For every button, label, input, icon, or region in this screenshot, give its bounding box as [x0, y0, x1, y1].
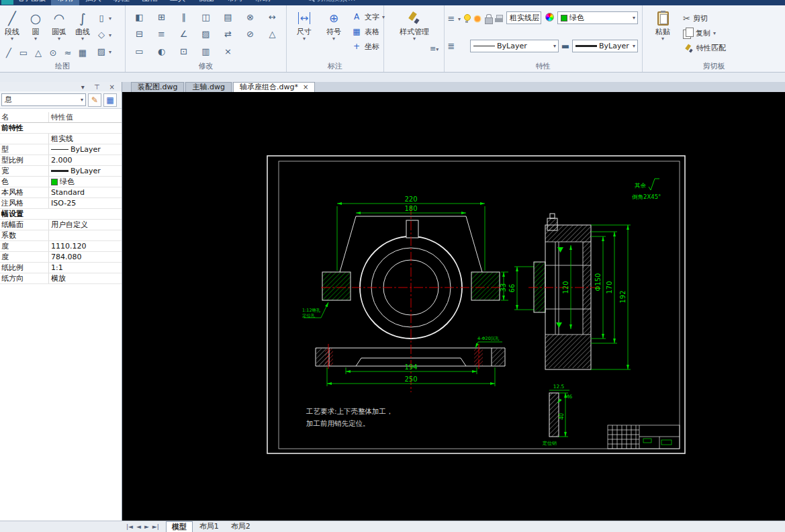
color-combo[interactable]: 绿色 ▾ — [557, 11, 638, 24]
properties-palette: ▾ ⊤ × 息 ▾ ✎ ▦ 名 特性值 前特性 粗实线 — [0, 82, 122, 521]
dimension-button[interactable]: ↔ 尺寸 ▾ — [291, 9, 318, 42]
modify-tool-icon[interactable]: ⊗ — [239, 9, 261, 26]
group-label-properties: 特性 — [445, 61, 642, 71]
palette-chevron-down-icon[interactable]: ▾ — [81, 83, 85, 91]
palette-close-icon[interactable]: × — [109, 83, 115, 91]
arc-button[interactable]: ◠ 圆弧 ▾ — [47, 9, 71, 42]
ribbon-tab[interactable]: 帮助 — [248, 0, 277, 5]
doc-tab-bearing-seat[interactable]: 轴承座组合.dwg* × — [233, 82, 315, 92]
layout-tab[interactable]: 布局1 — [194, 521, 224, 532]
doc-tab-spindle[interactable]: 主轴.dwg — [185, 82, 231, 92]
circle-icon: ○ — [30, 10, 42, 26]
draw-tool-icon[interactable]: ◇ — [94, 28, 109, 42]
layout-nav-icon[interactable]: ►| — [152, 523, 159, 530]
modify-tool-icon[interactable]: ◧ — [128, 9, 150, 26]
paste-button[interactable]: 粘贴 ▾ — [648, 9, 678, 42]
layout-nav-icon[interactable]: |◄ — [126, 523, 133, 530]
palette-pin-icon[interactable]: ⊤ — [94, 83, 100, 91]
dimension-text: 192 — [619, 290, 627, 303]
lineweight-combo[interactable]: ByLayer ▾ — [572, 40, 638, 52]
color-wheel-icon[interactable] — [545, 13, 554, 21]
modify-tool-icon[interactable]: ∥ — [173, 9, 195, 26]
table-button[interactable]: ▦表格 — [351, 26, 385, 38]
app-logo-icon[interactable] — [1, 0, 13, 5]
chevron-down-icon[interactable]: ▾ — [109, 32, 111, 38]
text-button[interactable]: A文字▾ — [351, 11, 385, 23]
modify-tool-icon[interactable]: ⊞ — [150, 9, 173, 26]
ribbon-tab[interactable]: 插入 — [79, 0, 107, 5]
draw-tool-icon[interactable]: ▦ — [75, 46, 90, 60]
layer-thaw-icon[interactable] — [473, 14, 482, 24]
chevron-down-icon[interactable]: ▾ — [109, 15, 111, 21]
layer-plot-icon[interactable] — [494, 14, 504, 24]
modify-tool-icon[interactable]: ▭ — [128, 44, 150, 59]
tech-text: 加工前用销先定位。 — [306, 419, 370, 427]
layout-nav-icon[interactable]: ◄ — [136, 523, 141, 530]
spline-icon: ∫ — [79, 10, 86, 26]
layer-settings-button[interactable]: ▦ — [103, 93, 117, 107]
symbol-button[interactable]: ⊕ 符号 ▾ — [320, 9, 347, 42]
ribbon-tab[interactable]: 标注 — [107, 0, 136, 5]
modify-tool-icon[interactable]: ▨ — [195, 26, 217, 42]
doc-tab-assembly[interactable]: 装配图.dwg — [131, 82, 184, 92]
coordinate-button[interactable]: +坐标 — [351, 40, 385, 52]
modify-tool-icon[interactable]: ⊟ — [128, 26, 150, 42]
modify-tool-icon[interactable]: ◫ — [195, 9, 217, 26]
ribbon-tab[interactable]: 常用 — [51, 0, 79, 5]
drawing-canvas[interactable]: 220 180 33 66 194 250 1:12锥孔 定位孔 4-Φ20沉孔 — [122, 92, 785, 521]
dimension-text: 194 — [404, 363, 417, 371]
layout-tab[interactable]: 模型 — [166, 521, 193, 532]
modify-tool-icon[interactable]: △ — [261, 26, 283, 42]
modify-tool-icon[interactable]: ∠ — [173, 26, 195, 42]
modify-tool-icon[interactable]: ▥ — [195, 44, 217, 59]
modify-tool-icon[interactable]: ▤ — [217, 9, 239, 26]
layer-on-icon[interactable] — [462, 14, 471, 24]
modify-tool-icon[interactable]: ⊡ — [173, 44, 195, 59]
layer-lock-icon[interactable] — [483, 14, 493, 24]
spline-button[interactable]: ∫ 曲线 ▾ — [71, 9, 94, 42]
chevron-down-icon[interactable]: ▾ — [109, 49, 111, 55]
ribbon-tab[interactable]: 图幅 — [136, 0, 164, 5]
linetype-preview — [473, 46, 495, 46]
match-properties-button[interactable]: 特性匹配 — [683, 42, 726, 54]
symbol-icon: ⊕ — [329, 11, 338, 25]
modify-tool-icon[interactable]: ≡ — [150, 26, 173, 42]
draw-tool-icon[interactable]: △ — [31, 46, 46, 60]
style-manager-button[interactable]: 样式管理 ▾ — [395, 9, 434, 42]
modify-tool-icon[interactable]: ↔ — [261, 9, 283, 26]
datum-triangle — [557, 247, 563, 253]
draw-tool-icon[interactable]: ▯ — [94, 11, 109, 26]
palette-selector-combo[interactable]: 息 ▾ — [1, 93, 86, 106]
layout-nav-icon[interactable]: ► — [144, 523, 149, 530]
draw-tool-icon[interactable]: ≈ — [60, 46, 75, 60]
ribbon-group-clipboard: 粘贴 ▾ ✂剪切 复制▾ 特性匹配 剪切板 — [643, 5, 785, 72]
edit-properties-button[interactable]: ✎ — [88, 93, 101, 107]
layer-combo[interactable]: 粗实线层 ▾ — [506, 11, 541, 24]
draw-tool-icon[interactable]: ⊙ — [46, 46, 60, 60]
copy-button[interactable]: 复制▾ — [683, 27, 726, 39]
polyline-button[interactable]: ╱ 段线 ▾ — [0, 9, 24, 42]
ribbon-tab[interactable]: 视图 — [192, 0, 220, 5]
draw-tool-icon[interactable]: ╱ — [1, 46, 16, 60]
function-search[interactable]: 功能搜索... — [308, 0, 355, 4]
circle-button[interactable]: ○ 圆 ▾ — [24, 9, 47, 42]
modify-tool-icon[interactable]: ⇄ — [217, 26, 239, 42]
layout-tab[interactable]: 布局2 — [226, 521, 256, 532]
dimension-text: Φ150 — [594, 273, 602, 292]
modify-tool-icon[interactable]: × — [217, 44, 239, 59]
chevron-down-icon[interactable]: ▾ — [458, 16, 461, 22]
draw-tool-icon[interactable]: ▭ — [16, 46, 31, 60]
lineweight-icon[interactable]: ▬ — [560, 39, 571, 54]
modify-tool-icon[interactable]: ◐ — [150, 44, 173, 59]
style-list-button[interactable]: ≡▾ — [430, 44, 438, 53]
linetype-combo[interactable]: ByLayer ▾ — [470, 40, 559, 52]
modify-tool-icon[interactable]: ⊘ — [239, 26, 261, 42]
ribbon-tab[interactable]: 布局 — [220, 0, 248, 5]
draw-tool-icon[interactable]: ▨ — [94, 44, 109, 59]
cut-button[interactable]: ✂剪切 — [683, 12, 726, 24]
layer-manager-icon[interactable]: ≡ — [446, 11, 457, 26]
arc-icon: ◠ — [54, 10, 65, 26]
close-tab-icon[interactable]: × — [303, 83, 308, 92]
ribbon-tab[interactable]: 工具 — [164, 0, 192, 5]
linetype-manager-icon[interactable]: ≣ — [446, 39, 457, 54]
